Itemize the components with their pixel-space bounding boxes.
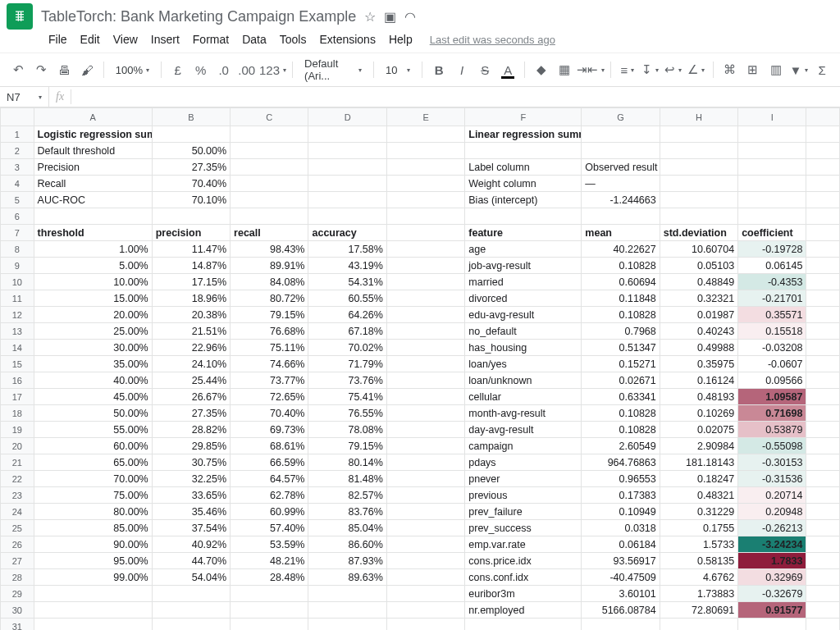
font-size-select[interactable]: 10▾ [381,64,415,76]
percent-icon[interactable]: % [191,59,211,80]
grid[interactable]: ABCDEFGHI 1Logistic regression summaryLi… [0,107,840,630]
cell[interactable]: job-avg-result [465,258,582,274]
cell[interactable] [806,307,840,323]
star-icon[interactable]: ☆ [364,9,376,25]
cell[interactable]: AUC-ROC [34,192,152,208]
cell[interactable] [34,619,152,631]
cell[interactable] [806,159,840,176]
cell[interactable] [738,143,806,159]
row-header[interactable]: 26 [1,536,34,553]
cell[interactable]: Weight column [465,176,582,192]
cell[interactable] [386,389,464,405]
cell[interactable] [806,602,840,619]
cell[interactable] [34,586,152,602]
row-header[interactable]: 4 [1,176,34,192]
cell[interactable] [308,192,386,208]
cell[interactable]: 26.67% [152,389,230,405]
cell[interactable]: 1.00% [34,241,152,258]
cell[interactable] [386,192,464,208]
menu-edit[interactable]: Edit [75,30,106,49]
cell[interactable]: recall [231,225,308,241]
cell[interactable] [806,356,840,372]
cell[interactable] [806,192,840,208]
cell[interactable]: -0.21701 [738,290,806,307]
cell[interactable]: 28.48% [231,569,308,586]
cell[interactable] [660,143,737,159]
cell[interactable] [386,536,464,553]
cell[interactable] [806,569,840,586]
cell[interactable]: feature [465,225,582,241]
cell[interactable]: 0.16124 [660,372,737,389]
comment-icon[interactable]: ⊞ [743,59,763,80]
cell[interactable]: 29.85% [152,438,230,454]
cell[interactable]: 0.35571 [738,307,806,323]
cell[interactable] [806,504,840,520]
cell[interactable] [806,619,840,631]
cell[interactable]: 89.91% [231,258,308,274]
rotate-icon[interactable]: ∠▾ [687,59,706,80]
cell[interactable]: -0.26213 [738,520,806,536]
cell[interactable] [386,274,464,290]
cell[interactable] [806,405,840,422]
undo-icon[interactable]: ↶ [8,59,28,80]
cell[interactable] [34,208,152,225]
cell[interactable]: 64.57% [231,471,308,487]
cell[interactable]: 0.10269 [660,405,737,422]
cell[interactable]: 0.51347 [582,340,660,356]
cell[interactable]: 60.55% [308,290,386,307]
cell[interactable]: 0.15271 [582,356,660,372]
cell[interactable] [738,126,806,143]
cell[interactable]: cons.conf.idx [465,569,582,586]
cell[interactable] [465,143,582,159]
cell[interactable]: 37.54% [152,520,230,536]
cell[interactable]: 54.31% [308,274,386,290]
cell[interactable]: 27.35% [152,159,230,176]
cell[interactable]: Linear regression summary [465,126,582,143]
cell[interactable]: 70.40% [152,176,230,192]
zoom-select[interactable]: 100%▾ [111,64,154,76]
cell[interactable] [660,192,737,208]
cell[interactable]: 21.51% [152,323,230,340]
cloud-icon[interactable]: ◠ [404,9,416,25]
cell[interactable]: euribor3m [465,586,582,602]
cell[interactable] [152,586,230,602]
cell[interactable] [465,208,582,225]
cell[interactable] [806,454,840,471]
cell[interactable] [806,520,840,536]
cell[interactable]: -0.4353 [738,274,806,290]
menu-file[interactable]: File [43,30,73,49]
cell[interactable] [386,438,464,454]
cell[interactable]: 1.5733 [660,536,737,553]
cell[interactable]: month-avg-result [465,405,582,422]
cell[interactable] [386,520,464,536]
cell[interactable] [806,553,840,569]
cell[interactable]: 79.15% [308,438,386,454]
cell[interactable] [660,208,737,225]
cell[interactable]: 4.6762 [660,569,737,586]
row-header[interactable]: 2 [1,143,34,159]
cell[interactable] [308,586,386,602]
row-header[interactable]: 5 [1,192,34,208]
cell[interactable]: 28.82% [152,422,230,438]
cell[interactable]: 71.79% [308,356,386,372]
menu-view[interactable]: View [107,30,144,49]
row-header[interactable]: 11 [1,290,34,307]
cell[interactable] [582,126,660,143]
print-icon[interactable]: 🖶 [54,59,74,80]
cell[interactable] [806,340,840,356]
cell[interactable]: 78.08% [308,422,386,438]
cell[interactable] [582,619,660,631]
menu-format[interactable]: Format [187,30,235,49]
decrease-decimal-icon[interactable]: .0 [214,59,234,80]
cell[interactable]: 70.00% [34,471,152,487]
cell[interactable]: 15.00% [34,290,152,307]
cell[interactable]: 75.11% [231,340,308,356]
cell[interactable] [386,602,464,619]
cell[interactable]: emp.var.rate [465,536,582,553]
strike-icon[interactable]: S [475,59,495,80]
cell[interactable]: pnever [465,471,582,487]
filter-icon[interactable]: ▼▾ [789,59,809,80]
cell[interactable] [308,619,386,631]
cell[interactable]: 25.44% [152,372,230,389]
cell[interactable]: pdays [465,454,582,471]
